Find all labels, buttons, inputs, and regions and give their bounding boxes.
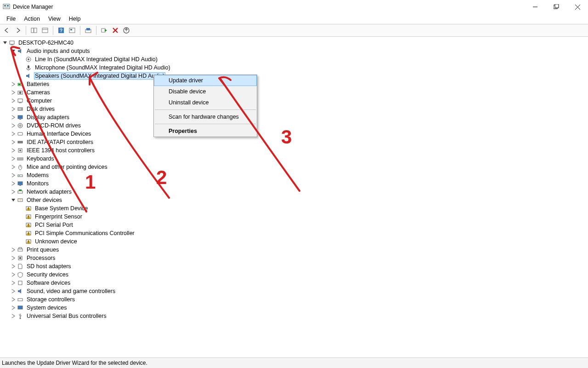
chevron-right-icon[interactable] (10, 164, 17, 170)
monitor-icon (17, 180, 24, 187)
chevron-down-icon[interactable] (10, 48, 17, 54)
category-disk[interactable]: Disk drives (26, 106, 56, 112)
device-base-system[interactable]: Base System Device (34, 205, 89, 212)
hid-icon (17, 130, 24, 138)
warning-device-icon (25, 213, 32, 220)
chevron-right-icon[interactable] (10, 255, 17, 261)
scan-hardware-button[interactable] (83, 25, 93, 35)
device-pci-serial[interactable]: PCI Serial Port (34, 222, 74, 228)
computer-icon (17, 97, 24, 104)
chevron-right-icon[interactable] (10, 139, 17, 145)
chevron-right-icon[interactable] (10, 122, 17, 129)
chevron-right-icon[interactable] (10, 247, 17, 253)
show-hide-tree-button[interactable] (29, 25, 39, 35)
status-bar: Launches the Update Driver Wizard for th… (0, 358, 588, 368)
back-button[interactable] (2, 25, 12, 35)
chevron-right-icon[interactable] (10, 189, 17, 195)
menu-scan-hardware[interactable]: Scan for hardware changes (154, 111, 257, 122)
help-button[interactable]: ? (56, 25, 66, 35)
chevron-right-icon[interactable] (10, 114, 17, 121)
category-sd[interactable]: SD host adapters (26, 263, 72, 270)
svg-rect-59 (19, 190, 22, 191)
device-pci-comm[interactable]: PCI Simple Communications Controller (34, 230, 136, 236)
category-mice[interactable]: Mice and other pointing devices (26, 164, 108, 170)
category-modems[interactable]: Modems (26, 172, 50, 178)
chevron-right-icon[interactable] (10, 172, 17, 178)
category-audio[interactable]: Audio inputs and outputs (26, 48, 91, 54)
menu-view[interactable]: View (45, 15, 64, 23)
device-fingerprint[interactable]: Fingerprint Sensor (34, 213, 83, 220)
chevron-right-icon[interactable] (10, 106, 17, 112)
usb-icon (17, 312, 24, 320)
svg-rect-56 (18, 182, 23, 185)
maximize-button[interactable] (546, 0, 567, 14)
svg-point-41 (20, 125, 21, 126)
category-batteries[interactable]: Batteries (26, 81, 50, 87)
menu-uninstall-device[interactable]: Uninstall device (154, 97, 257, 108)
menu-disable-device[interactable]: Disable device (154, 86, 257, 97)
category-monitors[interactable]: Monitors (26, 180, 50, 187)
uninstall-button[interactable] (110, 25, 120, 35)
svg-rect-27 (28, 65, 29, 69)
category-storage[interactable]: Storage controllers (26, 296, 76, 303)
close-button[interactable] (567, 0, 588, 14)
update-driver-button[interactable] (121, 25, 131, 35)
chevron-right-icon[interactable] (10, 263, 17, 270)
menu-action[interactable]: Action (20, 15, 44, 23)
category-software[interactable]: Software devices (26, 280, 71, 286)
chevron-right-icon[interactable] (10, 147, 17, 154)
chevron-right-icon[interactable] (10, 131, 17, 137)
category-print[interactable]: Print queues (26, 247, 60, 253)
chevron-right-icon[interactable] (10, 305, 17, 311)
chevron-right-icon[interactable] (10, 89, 17, 96)
category-hid[interactable]: Human Interface Devices (26, 131, 92, 137)
chevron-right-icon[interactable] (10, 98, 17, 104)
category-ide[interactable]: IDE ATA/ATAPI controllers (26, 139, 94, 145)
chevron-down-icon[interactable] (10, 197, 17, 203)
chevron-down-icon[interactable] (2, 40, 8, 46)
svg-point-55 (19, 175, 20, 176)
warning-device-icon (25, 221, 32, 229)
forward-button[interactable] (13, 25, 23, 35)
category-cameras[interactable]: Cameras (26, 89, 51, 96)
category-other[interactable]: Other devices (26, 197, 63, 203)
category-dvd[interactable]: DVD/CD-ROM drives (26, 122, 82, 129)
minimize-button[interactable] (525, 0, 546, 14)
category-computer[interactable]: Computer (26, 98, 53, 104)
chevron-right-icon[interactable] (10, 180, 17, 187)
chevron-right-icon[interactable] (10, 155, 17, 162)
category-network[interactable]: Network adapters (26, 189, 73, 195)
menu-file[interactable]: File (3, 15, 19, 23)
menu-properties[interactable]: Properties (154, 126, 257, 137)
menu-update-driver[interactable]: Update driver (154, 75, 257, 86)
toolbar-button-2[interactable] (67, 25, 77, 35)
device-microphone[interactable]: Microphone (SoundMAX Integrated Digital … (34, 64, 171, 71)
category-security[interactable]: Security devices (26, 271, 69, 278)
device-line-in[interactable]: Line In (SoundMAX Integrated Digital HD … (34, 56, 158, 63)
svg-rect-43 (18, 141, 23, 143)
chevron-right-icon[interactable] (10, 288, 17, 294)
category-keyboards[interactable]: Keyboards (26, 155, 55, 162)
tree-root[interactable]: DESKTOP-62HMC40 (17, 40, 74, 46)
category-system[interactable]: System devices (26, 305, 68, 311)
properties-button[interactable] (40, 25, 50, 35)
chevron-right-icon[interactable] (10, 313, 17, 319)
software-icon (17, 279, 24, 287)
enable-device-button[interactable] (99, 25, 109, 35)
context-menu: Update driver Disable device Uninstall d… (153, 75, 257, 137)
category-display[interactable]: Display adapters (26, 114, 70, 121)
chevron-right-icon[interactable] (10, 280, 17, 286)
chevron-right-icon[interactable] (10, 271, 17, 278)
chevron-right-icon[interactable] (10, 296, 17, 303)
category-sound[interactable]: Sound, video and game controllers (26, 288, 116, 294)
category-usb[interactable]: Universal Serial Bus controllers (26, 313, 107, 319)
device-speakers[interactable]: Speakers (SoundMAX Integrated Digital HD… (34, 72, 165, 80)
device-unknown[interactable]: Unknown device (34, 238, 78, 245)
chevron-right-icon[interactable] (10, 81, 17, 87)
svg-rect-11 (42, 28, 48, 33)
svg-rect-1 (4, 5, 6, 6)
category-ieee[interactable]: IEEE 1394 host controllers (26, 147, 96, 154)
category-processors[interactable]: Processors (26, 255, 57, 261)
device-tree[interactable]: DESKTOP-62HMC40 Audio inputs and outputs… (0, 37, 588, 358)
menu-help[interactable]: Help (65, 15, 85, 23)
